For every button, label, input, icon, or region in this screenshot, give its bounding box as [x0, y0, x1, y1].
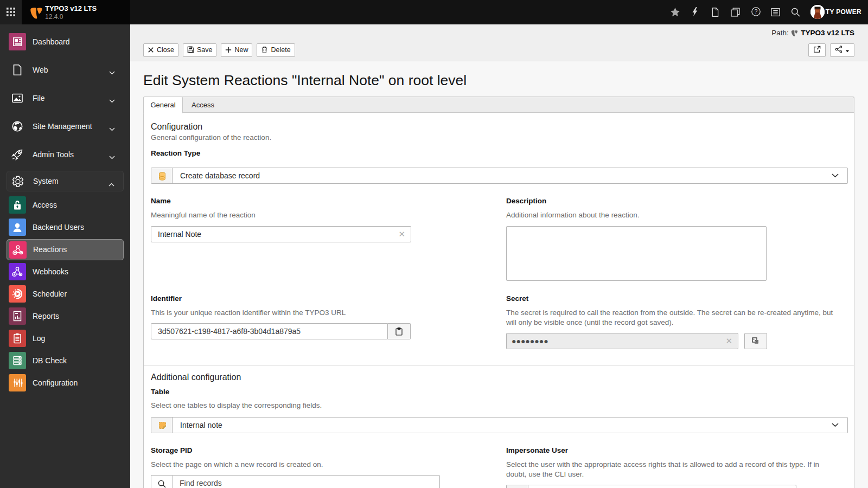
svg-text:?: ? — [755, 8, 758, 15]
